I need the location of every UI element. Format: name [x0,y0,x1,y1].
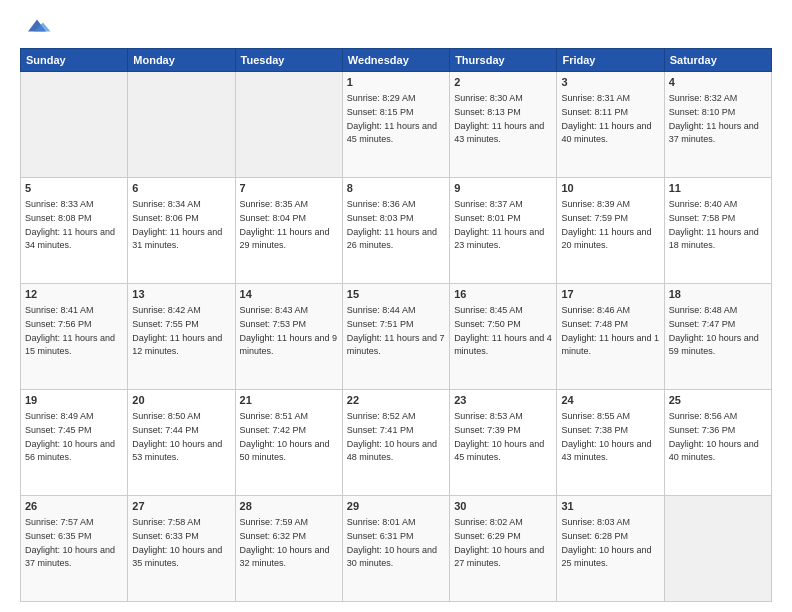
day-info: Sunrise: 8:56 AM Sunset: 7:36 PM Dayligh… [669,411,759,462]
day-info: Sunrise: 8:43 AM Sunset: 7:53 PM Dayligh… [240,305,338,356]
day-info: Sunrise: 7:57 AM Sunset: 6:35 PM Dayligh… [25,517,115,568]
day-number: 20 [132,393,230,408]
calendar-day-header: Tuesday [235,49,342,72]
day-number: 15 [347,287,445,302]
day-info: Sunrise: 8:40 AM Sunset: 7:58 PM Dayligh… [669,199,759,250]
day-info: Sunrise: 8:31 AM Sunset: 8:11 PM Dayligh… [561,93,651,144]
calendar-cell: 18Sunrise: 8:48 AM Sunset: 7:47 PM Dayli… [664,284,771,390]
day-number: 31 [561,499,659,514]
day-info: Sunrise: 8:48 AM Sunset: 7:47 PM Dayligh… [669,305,759,356]
calendar-cell [128,72,235,178]
header [20,16,772,38]
calendar-cell: 4Sunrise: 8:32 AM Sunset: 8:10 PM Daylig… [664,72,771,178]
day-number: 7 [240,181,338,196]
day-number: 22 [347,393,445,408]
day-info: Sunrise: 8:34 AM Sunset: 8:06 PM Dayligh… [132,199,222,250]
calendar-week-row: 5Sunrise: 8:33 AM Sunset: 8:08 PM Daylig… [21,178,772,284]
day-info: Sunrise: 8:30 AM Sunset: 8:13 PM Dayligh… [454,93,544,144]
day-number: 14 [240,287,338,302]
day-number: 28 [240,499,338,514]
page: SundayMondayTuesdayWednesdayThursdayFrid… [0,0,792,612]
calendar-cell: 7Sunrise: 8:35 AM Sunset: 8:04 PM Daylig… [235,178,342,284]
calendar-cell: 16Sunrise: 8:45 AM Sunset: 7:50 PM Dayli… [450,284,557,390]
calendar-cell: 27Sunrise: 7:58 AM Sunset: 6:33 PM Dayli… [128,496,235,602]
day-number: 4 [669,75,767,90]
day-info: Sunrise: 8:53 AM Sunset: 7:39 PM Dayligh… [454,411,544,462]
day-info: Sunrise: 8:03 AM Sunset: 6:28 PM Dayligh… [561,517,651,568]
day-info: Sunrise: 8:02 AM Sunset: 6:29 PM Dayligh… [454,517,544,568]
calendar-cell [21,72,128,178]
day-info: Sunrise: 8:46 AM Sunset: 7:48 PM Dayligh… [561,305,659,356]
calendar-day-header: Friday [557,49,664,72]
day-info: Sunrise: 8:33 AM Sunset: 8:08 PM Dayligh… [25,199,115,250]
day-number: 8 [347,181,445,196]
day-number: 21 [240,393,338,408]
calendar-cell: 8Sunrise: 8:36 AM Sunset: 8:03 PM Daylig… [342,178,449,284]
calendar-header-row: SundayMondayTuesdayWednesdayThursdayFrid… [21,49,772,72]
calendar-week-row: 26Sunrise: 7:57 AM Sunset: 6:35 PM Dayli… [21,496,772,602]
calendar-day-header: Sunday [21,49,128,72]
day-info: Sunrise: 8:51 AM Sunset: 7:42 PM Dayligh… [240,411,330,462]
calendar-cell: 9Sunrise: 8:37 AM Sunset: 8:01 PM Daylig… [450,178,557,284]
calendar-cell: 5Sunrise: 8:33 AM Sunset: 8:08 PM Daylig… [21,178,128,284]
day-info: Sunrise: 8:45 AM Sunset: 7:50 PM Dayligh… [454,305,552,356]
calendar-cell: 11Sunrise: 8:40 AM Sunset: 7:58 PM Dayli… [664,178,771,284]
calendar-cell: 12Sunrise: 8:41 AM Sunset: 7:56 PM Dayli… [21,284,128,390]
day-number: 26 [25,499,123,514]
calendar-cell: 25Sunrise: 8:56 AM Sunset: 7:36 PM Dayli… [664,390,771,496]
calendar-cell: 17Sunrise: 8:46 AM Sunset: 7:48 PM Dayli… [557,284,664,390]
calendar-day-header: Thursday [450,49,557,72]
calendar-cell: 13Sunrise: 8:42 AM Sunset: 7:55 PM Dayli… [128,284,235,390]
day-info: Sunrise: 8:44 AM Sunset: 7:51 PM Dayligh… [347,305,445,356]
calendar-week-row: 1Sunrise: 8:29 AM Sunset: 8:15 PM Daylig… [21,72,772,178]
day-number: 29 [347,499,445,514]
day-number: 10 [561,181,659,196]
calendar-cell: 1Sunrise: 8:29 AM Sunset: 8:15 PM Daylig… [342,72,449,178]
calendar-day-header: Monday [128,49,235,72]
calendar-cell: 23Sunrise: 8:53 AM Sunset: 7:39 PM Dayli… [450,390,557,496]
day-number: 2 [454,75,552,90]
calendar-cell: 14Sunrise: 8:43 AM Sunset: 7:53 PM Dayli… [235,284,342,390]
calendar-cell: 3Sunrise: 8:31 AM Sunset: 8:11 PM Daylig… [557,72,664,178]
day-number: 12 [25,287,123,302]
logo [20,16,52,38]
day-number: 13 [132,287,230,302]
calendar-cell: 21Sunrise: 8:51 AM Sunset: 7:42 PM Dayli… [235,390,342,496]
day-info: Sunrise: 8:52 AM Sunset: 7:41 PM Dayligh… [347,411,437,462]
day-number: 16 [454,287,552,302]
calendar-cell: 10Sunrise: 8:39 AM Sunset: 7:59 PM Dayli… [557,178,664,284]
calendar-cell [235,72,342,178]
day-info: Sunrise: 8:01 AM Sunset: 6:31 PM Dayligh… [347,517,437,568]
day-info: Sunrise: 8:55 AM Sunset: 7:38 PM Dayligh… [561,411,651,462]
day-info: Sunrise: 8:32 AM Sunset: 8:10 PM Dayligh… [669,93,759,144]
day-number: 6 [132,181,230,196]
day-number: 5 [25,181,123,196]
day-number: 25 [669,393,767,408]
calendar: SundayMondayTuesdayWednesdayThursdayFrid… [20,48,772,602]
day-number: 23 [454,393,552,408]
day-info: Sunrise: 8:41 AM Sunset: 7:56 PM Dayligh… [25,305,115,356]
day-info: Sunrise: 8:39 AM Sunset: 7:59 PM Dayligh… [561,199,651,250]
calendar-cell: 19Sunrise: 8:49 AM Sunset: 7:45 PM Dayli… [21,390,128,496]
calendar-cell: 6Sunrise: 8:34 AM Sunset: 8:06 PM Daylig… [128,178,235,284]
day-info: Sunrise: 8:37 AM Sunset: 8:01 PM Dayligh… [454,199,544,250]
calendar-week-row: 12Sunrise: 8:41 AM Sunset: 7:56 PM Dayli… [21,284,772,390]
day-number: 17 [561,287,659,302]
calendar-cell: 2Sunrise: 8:30 AM Sunset: 8:13 PM Daylig… [450,72,557,178]
calendar-cell: 30Sunrise: 8:02 AM Sunset: 6:29 PM Dayli… [450,496,557,602]
calendar-cell [664,496,771,602]
day-info: Sunrise: 7:59 AM Sunset: 6:32 PM Dayligh… [240,517,330,568]
day-number: 3 [561,75,659,90]
day-info: Sunrise: 8:42 AM Sunset: 7:55 PM Dayligh… [132,305,222,356]
calendar-cell: 29Sunrise: 8:01 AM Sunset: 6:31 PM Dayli… [342,496,449,602]
day-info: Sunrise: 7:58 AM Sunset: 6:33 PM Dayligh… [132,517,222,568]
calendar-cell: 28Sunrise: 7:59 AM Sunset: 6:32 PM Dayli… [235,496,342,602]
calendar-cell: 20Sunrise: 8:50 AM Sunset: 7:44 PM Dayli… [128,390,235,496]
day-number: 9 [454,181,552,196]
calendar-cell: 26Sunrise: 7:57 AM Sunset: 6:35 PM Dayli… [21,496,128,602]
calendar-cell: 15Sunrise: 8:44 AM Sunset: 7:51 PM Dayli… [342,284,449,390]
day-number: 27 [132,499,230,514]
day-number: 1 [347,75,445,90]
day-info: Sunrise: 8:36 AM Sunset: 8:03 PM Dayligh… [347,199,437,250]
calendar-cell: 24Sunrise: 8:55 AM Sunset: 7:38 PM Dayli… [557,390,664,496]
